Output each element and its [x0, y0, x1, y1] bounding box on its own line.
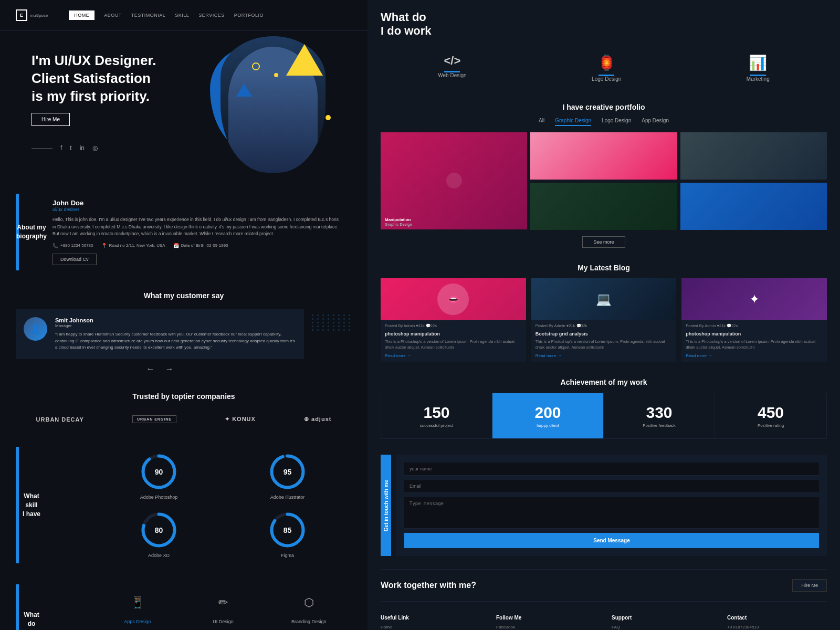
blog-read-2[interactable]: Read more → — [531, 353, 677, 362]
logo-text: multipose — [30, 13, 48, 18]
rfooter-facebook[interactable]: FaceBook — [496, 625, 596, 629]
about-phone: 📞 +880 1234 56780 — [52, 243, 93, 248]
next-button[interactable]: → — [165, 364, 174, 374]
achievement-section: Achievement of my work 150 successful pr… — [381, 370, 827, 447]
portfolio-sublabel-1: Graphic Design — [385, 223, 412, 226]
skills-section: What skill I have 90 Adobe Pho — [0, 436, 368, 574]
achievement-label-2: happy client — [498, 423, 598, 428]
right-web-label: Web Design — [438, 72, 466, 78]
portfolio-item-4[interactable] — [530, 183, 677, 230]
portfolio-img-4 — [530, 183, 677, 230]
instagram-icon[interactable]: ◎ — [92, 144, 98, 152]
send-message-button[interactable]: Send Message — [404, 533, 819, 548]
hire-me-button[interactable]: Hire Me — [32, 113, 70, 126]
blog-img-2: 💻 — [531, 278, 677, 320]
right-service-web: </> Web Design — [438, 54, 466, 82]
nav-about[interactable]: ABOUT — [104, 13, 122, 18]
prev-button[interactable]: ← — [146, 364, 155, 374]
blog-read-3[interactable]: Read more → — [681, 353, 827, 362]
portfolio-item-1[interactable]: Manipulation Graphic Design — [381, 132, 527, 229]
hero-yellow-dot-1 — [326, 115, 331, 120]
facebook-icon[interactable]: f — [60, 144, 62, 152]
testimonial-section: What my customer say 👤 Smit Johnson Mana… — [0, 281, 368, 384]
testimonial-info: Smit Johnson Manager "I am happy to shar… — [55, 317, 296, 351]
portfolio-item-2[interactable] — [530, 132, 677, 180]
portfolio-img-2 — [530, 132, 677, 180]
blog-grid: 👄 Posted By Admin ♥21k 💬22s photoshop ma… — [381, 278, 827, 363]
see-more-button[interactable]: See more — [582, 236, 625, 248]
skill-pct-illustrator: 95 — [284, 468, 292, 476]
portfolio-label-1: Manipulation Graphic Design — [385, 217, 412, 227]
contact-name-input[interactable] — [404, 463, 819, 476]
nav-services[interactable]: SERVICES — [198, 13, 224, 18]
achievement-label-1: successful project — [386, 423, 487, 428]
right-marketing-label: Marketing — [747, 76, 770, 82]
right-services-section: What do I do work </> Web Design 🏮 Logo … — [381, 0, 827, 95]
social-divider — [32, 148, 52, 149]
right-logo-label: Logo Design — [592, 76, 621, 82]
skill-xd: 80 Adobe XD — [100, 510, 218, 558]
blog-post-3: ✦ Posted By Admin ♥21k 💬22s photoshop ma… — [681, 278, 827, 363]
trusted-title: Trusted by toptier companies — [16, 392, 352, 401]
right-footer-support: Support FAQ How it work Pricing Contact — [612, 615, 711, 630]
testimonial-card: 👤 Smit Johnson Manager "I am happy to sh… — [16, 309, 304, 359]
service-apps-design[interactable]: 📱 Apps Design — [117, 590, 159, 624]
header: E multipose HOME ABOUT TESTIMONIAL SKILL… — [0, 0, 368, 31]
portfolio-tabs: All Graphic Design Logo Design App Desig… — [381, 118, 827, 126]
nav-skill[interactable]: SKILL — [175, 13, 189, 18]
skills-content: 90 Adobe Photoshop 95 Adobe Illustra — [47, 447, 352, 563]
location-icon: 📍 — [101, 243, 107, 248]
rfooter-faq[interactable]: FAQ — [612, 625, 711, 629]
achievement-2: 200 happy client — [492, 393, 604, 438]
right-marketing-icon: 📊 — [747, 54, 770, 71]
nav-home[interactable]: HOME — [69, 10, 94, 20]
blog-section: My Latest Blog 👄 Posted By Admin ♥21k 💬2… — [381, 256, 827, 371]
nav-testimonial[interactable]: TESTIMONIAL — [131, 13, 166, 18]
work-together-hire-button[interactable]: Hire Me — [792, 579, 827, 592]
achievement-num-3: 330 — [609, 404, 709, 422]
about-description: Hello, This is john doe. I'm a ui/ux des… — [52, 216, 341, 238]
service-branding[interactable]: ⬡ Branding Design — [288, 590, 330, 624]
tab-app[interactable]: App Design — [642, 118, 669, 126]
about-label-bar: About my biography — [0, 194, 47, 270]
testimonial-nav: ← → — [16, 364, 304, 374]
contact-message-input[interactable] — [404, 497, 819, 529]
rfooter-home[interactable]: Home — [381, 625, 480, 629]
linkedin-icon[interactable]: in — [80, 144, 85, 152]
achievement-1: 150 successful project — [381, 393, 492, 438]
twitter-icon[interactable]: t — [70, 144, 71, 152]
blog-meta-3: Posted By Admin ♥21k 💬22s — [681, 320, 827, 331]
hero-blue-triangle — [236, 83, 252, 97]
blog-img-1: 👄 — [381, 278, 526, 320]
nav-portfolio[interactable]: PORTFOLIO — [234, 13, 264, 18]
blog-desc-3: This is a Photoshop's a version of Lorem… — [681, 339, 827, 354]
tab-logo[interactable]: Logo Design — [602, 118, 631, 126]
services-section-label: What do I do work — [0, 611, 47, 630]
blog-read-1[interactable]: Read more → — [381, 353, 526, 362]
right-footer: Useful Link Home About us Services Skill… — [381, 607, 827, 630]
right-footer-contact: Contact +8 01872384513 md@alexna2019@gma… — [727, 615, 827, 630]
tab-graphic[interactable]: Graphic Design — [555, 118, 591, 126]
portfolio-item-3[interactable] — [680, 132, 827, 180]
skill-pct-photoshop: 90 — [155, 468, 163, 476]
logo-icon: E — [16, 9, 27, 21]
contact-email-input[interactable] — [404, 480, 819, 493]
skill-name-xd: Adobe XD — [100, 553, 218, 558]
service-ui-design[interactable]: ✏ UI Design — [202, 590, 244, 624]
tab-all[interactable]: All — [539, 118, 544, 126]
ui-design-label: UI Design — [202, 619, 244, 624]
about-role: ui/ux desiner — [52, 207, 341, 212]
services-bottom-content: 📱 Apps Design ✏ UI Design ⬡ Branding Des… — [47, 584, 352, 630]
work-together-section: Work together with me? Hire Me — [381, 569, 827, 602]
achievement-label-3: Positive feedback — [609, 423, 709, 428]
portfolio-item-5[interactable] — [680, 183, 827, 230]
achievement-num-4: 450 — [720, 404, 821, 422]
hero-circle-outline — [252, 62, 260, 70]
right-footer-follow: Follow Me FaceBook Google Plus Linkedin … — [496, 615, 596, 630]
ui-design-icon: ✏ — [210, 590, 236, 616]
about-content: John Doe ui/ux desiner Hello, This is jo… — [47, 194, 352, 270]
page-wrapper: E multipose HOME ABOUT TESTIMONIAL SKILL… — [0, 0, 840, 630]
portfolio-img-5 — [680, 183, 827, 230]
logo-letter: E — [20, 13, 23, 18]
download-cv-button[interactable]: Download Cv — [52, 254, 97, 265]
